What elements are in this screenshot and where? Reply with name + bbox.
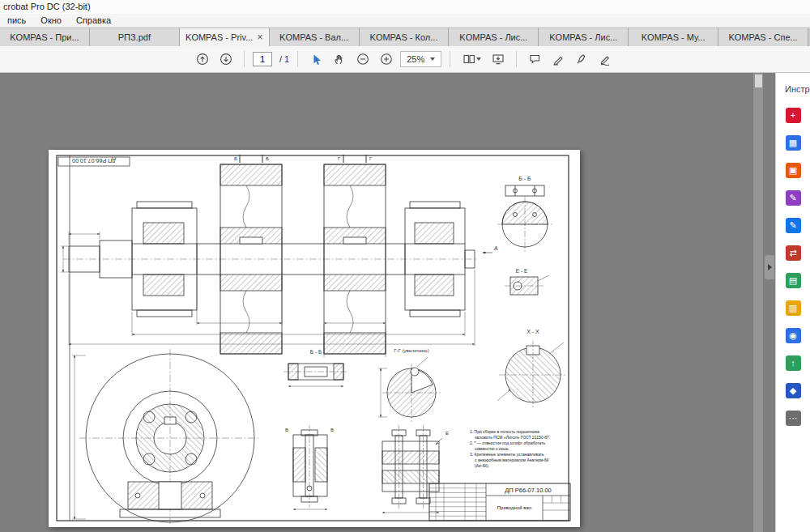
svg-text:Б - Б: Б - Б xyxy=(518,176,531,181)
svg-text:Х - Х: Х - Х xyxy=(526,329,539,334)
combine-files-icon: ▣ xyxy=(786,163,801,178)
svg-text:Б: Б xyxy=(266,156,269,161)
page-number-input[interactable] xyxy=(253,52,272,66)
arrow-up-circle-icon xyxy=(196,53,209,66)
menu-item-help[interactable]: Справка xyxy=(69,14,118,27)
clamp-detail-view: Е xyxy=(382,425,449,513)
tab-rpz-pdf[interactable]: РПЗ.pdf xyxy=(90,28,180,46)
pen-nib-icon xyxy=(575,53,588,66)
chevron-right-icon xyxy=(768,264,772,270)
menu-item-sign[interactable]: пись xyxy=(0,14,33,27)
svg-text:Г: Г xyxy=(338,156,341,161)
tools-panel-item-comment[interactable]: ◉ xyxy=(782,327,804,343)
highlight-tool-button[interactable] xyxy=(548,49,568,69)
svg-text:Г-Г (увеличено): Г-Г (увеличено) xyxy=(394,348,428,353)
comment-tool-button[interactable] xyxy=(525,49,544,69)
tools-panel-item-fill-sign[interactable]: ✎ xyxy=(782,217,804,233)
vertical-scrollbar[interactable] xyxy=(752,73,763,532)
toolbar-separator xyxy=(516,51,517,67)
svg-text:А: А xyxy=(494,245,498,251)
page-display-icon xyxy=(463,53,476,66)
tab-kompas-val[interactable]: KOMPAS - Вал... xyxy=(270,28,360,46)
tools-list: + ▦ ▣ ✎ ✎ ⇄ ▤ ▥ ◉ ↑ ◆ ·· xyxy=(776,107,810,426)
compress-pdf-icon: ▥ xyxy=(786,300,801,316)
shaft-assembly-view: Б Б Г Г А xyxy=(61,155,498,357)
toolbar-separator xyxy=(297,51,298,67)
svg-text:2. * — отверстия под штифт обр: 2. * — отверстия под штифт обработать xyxy=(470,440,545,445)
edit-pdf-icon: ✎ xyxy=(786,190,801,206)
zoom-level-dropdown[interactable]: 25% xyxy=(400,51,441,67)
zoom-in-button[interactable] xyxy=(377,49,396,69)
scrollbar-thumb[interactable] xyxy=(755,74,762,87)
panel-collapse-button[interactable] xyxy=(765,255,774,279)
tab-close-icon[interactable]: × xyxy=(257,33,262,41)
document-area[interactable]: ДП Р66-07.10.00 xyxy=(0,73,775,532)
menu-item-window[interactable]: Окно xyxy=(33,14,69,27)
svg-text:Приводной вал: Приводной вал xyxy=(497,505,532,510)
page-display-dropdown[interactable] xyxy=(458,49,484,69)
pdf-page-canvas[interactable]: ДП Р66-07.10.00 xyxy=(49,150,580,527)
reading-mode-button[interactable] xyxy=(488,49,508,69)
svg-text:1. При сборке в полость подшип: 1. При сборке в полость подшипника xyxy=(470,429,539,434)
svg-text:Г: Г xyxy=(369,156,373,161)
toolbar-separator xyxy=(244,51,245,67)
draw-tool-button[interactable] xyxy=(595,49,615,69)
comment-bubble-icon xyxy=(528,53,541,66)
tools-panel-item-combine-files[interactable]: ▣ xyxy=(782,162,804,178)
svg-text:ДП Р66-07.10.00: ДП Р66-07.10.00 xyxy=(72,157,116,164)
scan-ocr-icon: ▤ xyxy=(786,273,801,288)
tab-kompas-spe[interactable]: KOMPAS - Спе... xyxy=(718,28,808,46)
tab-kompas-kol[interactable]: KOMPAS - Кол... xyxy=(360,28,450,46)
sign-tool-button[interactable] xyxy=(572,49,591,69)
chevron-down-icon xyxy=(476,57,481,61)
svg-text:В: В xyxy=(330,428,334,432)
tab-kompas-mu[interactable]: KOMPAS - Му... xyxy=(629,28,718,46)
tab-kompas-lis2[interactable]: KOMPAS - Лис... xyxy=(539,28,629,46)
highlighter-icon xyxy=(552,53,565,66)
tab-kompas-lis1[interactable]: KOMPAS - Лис... xyxy=(449,28,539,46)
page-down-button[interactable] xyxy=(216,49,236,69)
tools-panel-item-compress-pdf[interactable]: ▥ xyxy=(782,300,804,316)
comment-tool-icon: ◉ xyxy=(786,328,801,343)
sheet-frame: ДП Р66-07.10.00 xyxy=(57,155,569,521)
window-title: crobat Pro DC (32-bit) xyxy=(3,2,91,11)
engineering-drawing: ДП Р66-07.10.00 xyxy=(49,150,580,527)
fill-sign-icon: ✎ xyxy=(786,218,801,233)
zoom-level-value: 25% xyxy=(407,54,424,64)
tab-kompas-pri[interactable]: KOMPAS - При... xyxy=(0,28,90,46)
tools-panel-item-create-pdf[interactable]: ▦ xyxy=(782,134,804,151)
chevron-down-icon xyxy=(430,57,435,61)
zoom-out-icon xyxy=(356,53,369,66)
create-pdf-icon: ▦ xyxy=(786,135,801,151)
page-count-label: / 1 xyxy=(276,54,289,64)
toolbar-separator xyxy=(450,51,450,67)
more-tools-icon: ··· xyxy=(786,411,801,426)
presentation-icon xyxy=(492,53,505,66)
hand-icon xyxy=(333,53,346,66)
zoom-out-button[interactable] xyxy=(353,49,373,69)
page-up-button[interactable] xyxy=(193,49,212,69)
tools-panel: Инстр... + ▦ ▣ ✎ ✎ ⇄ ▤ ▥ ◉ ↑ xyxy=(775,73,810,532)
tools-panel-item-scan-ocr[interactable]: ▤ xyxy=(782,272,804,288)
svg-text:В: В xyxy=(285,428,288,432)
window-titlebar: crobat Pro DC (32-bit) xyxy=(0,0,810,14)
title-block: ДП Р66-07.10.00 Приводной вал xyxy=(429,483,570,521)
tools-panel-item-protect[interactable]: ◆ xyxy=(782,382,804,398)
hand-tool-button[interactable] xyxy=(330,49,349,69)
tools-panel-item-organize-pages[interactable]: ⇄ xyxy=(782,245,804,261)
export-pdf-icon: + xyxy=(786,108,801,123)
tools-panel-item-export-pdf[interactable]: + xyxy=(782,107,804,123)
svg-text:Е - Е: Е - Е xyxy=(516,268,528,274)
select-tool-button[interactable] xyxy=(306,49,326,69)
tools-panel-item-edit-pdf[interactable]: ✎ xyxy=(782,189,804,206)
menu-bar: пись Окно Справка xyxy=(0,14,810,28)
section-ee-view: Е - Е xyxy=(505,268,549,295)
tools-panel-header[interactable]: Инстр... xyxy=(776,73,810,94)
section-xx-view: Х - Х xyxy=(497,329,567,409)
flange-view xyxy=(72,349,261,524)
tools-panel-item-more-tools[interactable]: ··· xyxy=(782,410,804,426)
section-bb-pin-view: Б - Б xyxy=(284,349,348,386)
svg-text:Б: Б xyxy=(234,156,237,161)
tools-panel-item-share[interactable]: ↑ xyxy=(782,355,804,371)
tab-kompas-priv-active[interactable]: KOMPAS - Priv... × xyxy=(180,28,270,46)
